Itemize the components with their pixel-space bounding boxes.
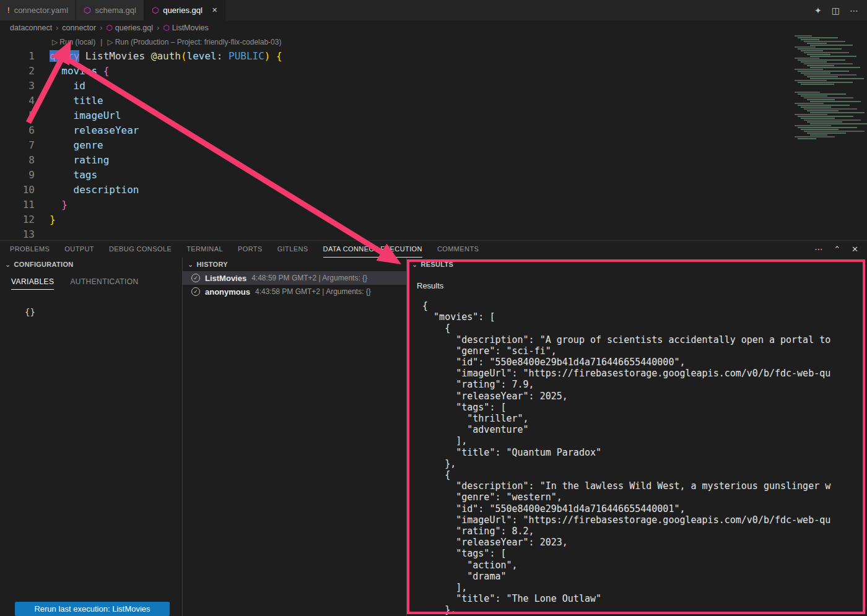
- code-text: }: [35, 197, 68, 212]
- breadcrumb-separator: ›: [157, 24, 159, 32]
- editor-tabs: !connector.yaml⬡schema.gql⬡queries.gql✕: [0, 0, 225, 20]
- code-line: 8 rating: [0, 153, 867, 168]
- code-line: 5 imageUrl: [0, 108, 867, 123]
- breadcrumb-separator: ›: [100, 24, 102, 32]
- run-production-label: Run (Production – Project: friendly-flix…: [115, 38, 282, 46]
- editor-tab-queries.gql[interactable]: ⬡queries.gql✕: [144, 0, 225, 20]
- code-text: }: [35, 212, 56, 227]
- code-line: 2 movies {: [0, 64, 867, 79]
- run-icon: ▷: [52, 38, 58, 46]
- history-list: ✓ListMovies4:48:59 PM GMT+2 | Arguments:…: [183, 271, 406, 298]
- panel-more-icon[interactable]: ⋯: [814, 245, 822, 254]
- results-header[interactable]: ⌄ RESULTS: [407, 258, 867, 271]
- line-number: 6: [0, 123, 35, 138]
- breadcrumb-item-ListMovies[interactable]: ⬡ListMovies: [163, 24, 209, 32]
- history-row[interactable]: ✓anonymous4:43:58 PM GMT+2 | Arguments: …: [183, 285, 406, 298]
- panel-tab-gitlens[interactable]: GITLENS: [277, 241, 308, 258]
- panel-tab-ports[interactable]: PORTS: [238, 241, 263, 258]
- line-number: 9: [0, 168, 35, 183]
- panel-tabs: PROBLEMSOUTPUTDEBUG CONSOLETERMINALPORTS…: [10, 241, 494, 258]
- history-row-name: anonymous: [205, 287, 250, 297]
- line-number: 5: [0, 108, 35, 123]
- config-tab-variables[interactable]: VARIABLES: [11, 277, 54, 290]
- breadcrumb-label: queries.gql: [115, 24, 153, 32]
- code-line: 4 title: [0, 93, 867, 108]
- results-title: RESULTS: [421, 261, 454, 268]
- code-line: 10 description: [0, 183, 867, 197]
- close-icon[interactable]: ✕: [212, 6, 217, 14]
- hexagon-icon: ⬡: [106, 24, 112, 32]
- tab-label: connector.yaml: [14, 6, 68, 15]
- line-number: 2: [0, 64, 35, 79]
- panel-tab-debug-console[interactable]: DEBUG CONSOLE: [109, 241, 172, 258]
- line-number: 10: [0, 183, 35, 197]
- panel-tab-output[interactable]: OUTPUT: [64, 241, 94, 258]
- code-text: query ListMovies @auth(level: PUBLIC) {: [35, 49, 282, 64]
- config-tab-authentication[interactable]: AUTHENTICATION: [70, 277, 138, 290]
- line-number: 1: [0, 49, 35, 64]
- code-area[interactable]: 1query ListMovies @auth(level: PUBLIC) {…: [0, 49, 867, 240]
- editor-tab-schema.gql[interactable]: ⬡schema.gql: [76, 0, 144, 20]
- code-text: movies {: [35, 64, 109, 79]
- code-line: 6 releaseYear: [0, 123, 867, 138]
- code-text: id: [35, 79, 85, 93]
- code-line: 12}: [0, 212, 867, 227]
- check-circle-icon: ✓: [191, 287, 200, 296]
- history-header[interactable]: ⌄ HISTORY: [183, 258, 406, 271]
- results-subheader: Results: [407, 271, 867, 295]
- line-number: 3: [0, 79, 35, 93]
- variables-value[interactable]: {}: [25, 307, 182, 317]
- configuration-tabs: VARIABLESAUTHENTICATION: [0, 271, 182, 290]
- panel-tab-problems[interactable]: PROBLEMS: [10, 241, 50, 258]
- run-local-link[interactable]: ▷Run (local): [52, 38, 95, 46]
- breadcrumb-item-dataconnect[interactable]: dataconnect: [10, 24, 52, 32]
- more-actions-icon[interactable]: ⋯: [850, 6, 858, 15]
- breadcrumb-item-queries.gql[interactable]: ⬡queries.gql: [106, 24, 153, 32]
- run-production-link[interactable]: ▷Run (Production – Project: friendly-fli…: [107, 38, 281, 46]
- code-line: 11 }: [0, 197, 867, 212]
- run-local-label: Run (local): [59, 38, 95, 46]
- code-line: 13: [0, 227, 867, 240]
- code-line: 1query ListMovies @auth(level: PUBLIC) {: [0, 49, 867, 64]
- rerun-last-execution-button[interactable]: Rerun last execution: ListMovies: [15, 602, 170, 616]
- sparkle-icon[interactable]: ✦: [814, 6, 822, 15]
- code-text: imageUrl: [35, 108, 121, 123]
- exclaim-icon: !: [7, 6, 10, 14]
- panel-tab-bar: PROBLEMSOUTPUTDEBUG CONSOLETERMINALPORTS…: [0, 241, 867, 258]
- editor-tab-connector.yaml[interactable]: !connector.yaml: [0, 0, 76, 20]
- hexagon-icon: ⬡: [163, 24, 169, 32]
- split-editor-icon[interactable]: ◫: [832, 6, 840, 15]
- panel-actions: ⋯ ⌃ ✕: [814, 241, 867, 258]
- panel-tab-data-connect-execution[interactable]: DATA CONNECT EXECUTION: [323, 241, 422, 258]
- tab-label: schema.gql: [95, 6, 136, 15]
- history-row-name: ListMovies: [205, 274, 246, 283]
- history-row[interactable]: ✓ListMovies4:48:59 PM GMT+2 | Arguments:…: [183, 271, 406, 285]
- panel-maximize-icon[interactable]: ⌃: [834, 245, 840, 254]
- codelens: ▷Run (local) | ▷Run (Production – Projec…: [0, 35, 867, 49]
- hexagon-icon: ⬡: [84, 6, 90, 14]
- line-number: 4: [0, 93, 35, 108]
- chevron-down-icon: ⌄: [5, 261, 11, 269]
- bottom-panel: PROBLEMSOUTPUTDEBUG CONSOLETERMINALPORTS…: [0, 240, 867, 616]
- code-line: 9 tags: [0, 168, 867, 183]
- breadcrumb-item-connector[interactable]: connector: [62, 24, 96, 32]
- results-json[interactable]: { "movies": [ { "description": "A group …: [407, 295, 867, 616]
- chevron-down-icon: ⌄: [412, 261, 418, 269]
- line-number: 12: [0, 212, 35, 227]
- check-circle-icon: ✓: [191, 274, 200, 282]
- panel-tab-comments[interactable]: COMMENTS: [437, 241, 479, 258]
- tab-label: queries.gql: [163, 6, 203, 15]
- breadcrumb-label: ListMovies: [172, 24, 209, 32]
- line-number: 8: [0, 153, 35, 168]
- editor: ▷Run (local) | ▷Run (Production – Projec…: [0, 35, 867, 240]
- code-line: 7 genre: [0, 138, 867, 153]
- minimap[interactable]: [795, 35, 866, 140]
- configuration-section: ⌄ CONFIGURATION VARIABLESAUTHENTICATION …: [0, 258, 183, 616]
- panel-close-icon[interactable]: ✕: [852, 245, 858, 254]
- configuration-header[interactable]: ⌄ CONFIGURATION: [0, 258, 182, 271]
- code-text: rating: [35, 153, 109, 168]
- chevron-down-icon: ⌄: [188, 261, 194, 269]
- line-number: 13: [0, 227, 35, 240]
- panel-tab-terminal[interactable]: TERMINAL: [186, 241, 223, 258]
- breadcrumb-label: dataconnect: [10, 24, 52, 32]
